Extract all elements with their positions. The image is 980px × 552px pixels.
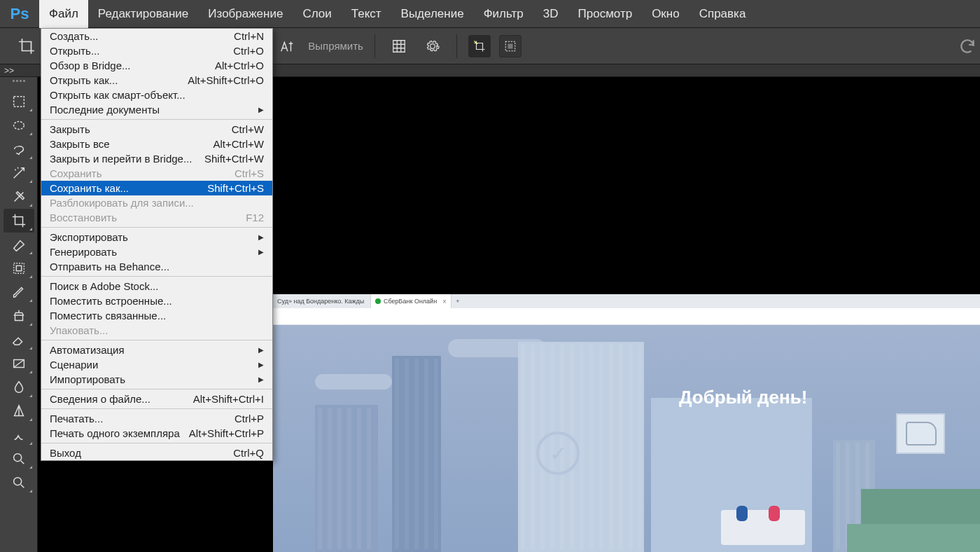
menu-item-закрыть-и-перейти-в-bridge-[interactable]: Закрыть и перейти в Bridge...Shift+Ctrl+… — [41, 151, 272, 166]
menu-item-сценарии[interactable]: Сценарии▶ — [41, 357, 272, 372]
menu-item-поместить-связанные-[interactable]: Поместить связанные... — [41, 308, 272, 323]
menu-item-обзор-в-bridge-[interactable]: Обзор в Bridge...Alt+Ctrl+O — [41, 58, 272, 73]
tool-slice[interactable] — [4, 233, 34, 256]
menu-текст[interactable]: Текст — [342, 0, 391, 28]
tool-blur[interactable] — [4, 375, 34, 399]
browser-address-bar[interactable] — [273, 308, 980, 325]
submenu-arrow-icon: ▶ — [258, 346, 264, 354]
reset-crop-icon[interactable] — [955, 34, 980, 59]
tool-hand[interactable] — [4, 447, 34, 471]
menu-item-печать-одного-экземпляра[interactable]: Печать одного экземпляраAlt+Shift+Ctrl+P — [41, 426, 272, 441]
menu-item-открыть-[interactable]: Открыть...Ctrl+O — [41, 43, 272, 58]
menu-separator — [41, 408, 272, 409]
tool-healing-brush[interactable] — [4, 185, 34, 209]
svg-rect-2 — [13, 97, 24, 107]
toolbar-grip-icon[interactable] — [8, 80, 29, 84]
browser-tabstrip: Суд» над Бондаренко. Кажды × СберБанк Он… — [273, 294, 980, 308]
close-icon[interactable]: × — [442, 298, 447, 305]
svg-rect-1 — [508, 44, 512, 48]
menu-файл[interactable]: Файл — [39, 0, 88, 28]
tool-lasso[interactable] — [4, 137, 34, 161]
file-menu-dropdown[interactable]: Создать...Ctrl+NОткрыть...Ctrl+OОбзор в … — [41, 28, 273, 461]
menu-separator — [41, 340, 272, 340]
menu-item-сохранить-как-[interactable]: Сохранить как...Shift+Ctrl+S — [41, 181, 272, 195]
submenu-arrow-icon: ▶ — [258, 233, 264, 241]
svg-point-7 — [13, 454, 21, 462]
menu-item-создать-[interactable]: Создать...Ctrl+N — [41, 29, 272, 43]
menu-item-label: Открыть как смарт-объект... — [50, 89, 186, 101]
tool-pen[interactable] — [4, 399, 34, 423]
menu-изображение[interactable]: Изображение — [198, 0, 293, 28]
overlay-grid-icon[interactable] — [386, 34, 412, 59]
tool-lasso-ellipse[interactable] — [4, 113, 34, 137]
svg-point-8 — [13, 478, 21, 485]
menu-item-открыть-как-[interactable]: Открыть как...Alt+Shift+Ctrl+O — [41, 73, 272, 88]
menu-слои[interactable]: Слои — [293, 0, 341, 28]
menu-item-label: Последние документы — [50, 104, 160, 116]
menu-item-label: Восстановить — [50, 212, 117, 223]
menu-item-импортировать[interactable]: Импортировать▶ — [41, 372, 272, 387]
menu-item-label: Закрыть все — [50, 138, 110, 150]
menu-item-экспортировать[interactable]: Экспортировать▶ — [41, 230, 272, 244]
menu-фильтр[interactable]: Фильтр — [474, 0, 533, 28]
menu-item-печатать-[interactable]: Печатать...Ctrl+P — [41, 411, 272, 426]
menu-item-label: Печать одного экземпляра — [50, 427, 180, 439]
svg-rect-5 — [16, 265, 21, 270]
menu-separator — [41, 389, 272, 389]
browser-tab-title: Суд» над Бондаренко. Кажды — [277, 298, 364, 305]
menu-item-shortcut: Alt+Ctrl+O — [215, 60, 264, 71]
menu-item-shortcut: Shift+Ctrl+S — [207, 182, 264, 194]
bench-icon — [721, 510, 805, 545]
menu-справка[interactable]: Справка — [690, 0, 756, 28]
menu-item-label: Генерировать — [50, 246, 117, 258]
menu-item-поместить-встроенные-[interactable]: Поместить встроенные... — [41, 294, 272, 308]
document-image[interactable]: Суд» над Бондаренко. Кажды × СберБанк Он… — [273, 294, 980, 552]
menu-выделение[interactable]: Выделение — [391, 0, 474, 28]
menu-separator — [41, 227, 272, 228]
menu-item-label: Поместить встроенные... — [50, 295, 172, 307]
tool-brush[interactable] — [4, 280, 34, 304]
menu-item-shortcut: Ctrl+N — [234, 30, 264, 42]
tool-magnify[interactable] — [4, 423, 34, 447]
menu-item-упаковать-: Упаковать... — [41, 323, 272, 338]
crop-settings-gear-icon[interactable] — [420, 34, 445, 59]
tool-crop[interactable] — [4, 209, 34, 233]
menu-item-label: Упаковать... — [50, 324, 108, 336]
tool-clone-stamp[interactable] — [4, 304, 34, 328]
menubar: Ps ФайлРедактированиеИзображениеСлоиТекс… — [0, 0, 980, 28]
tool-zoom[interactable] — [4, 471, 34, 495]
browser-tab[interactable]: Суд» над Бондаренко. Кажды × — [273, 294, 371, 308]
menu-item-shortcut: Alt+Shift+Ctrl+P — [189, 427, 264, 439]
menu-item-генерировать[interactable]: Генерировать▶ — [41, 244, 272, 259]
browser-tab[interactable]: СберБанк Онлайн × — [371, 294, 451, 308]
menu-просмотр[interactable]: Просмотр — [568, 0, 643, 28]
straighten-icon[interactable] — [274, 34, 300, 59]
menu-item-открыть-как-смарт-объект-[interactable]: Открыть как смарт-объект... — [41, 88, 272, 102]
tool-eraser[interactable] — [4, 328, 34, 352]
menu-separator — [41, 276, 272, 277]
menu-item-отправить-на-behance-[interactable]: Отправить на Behance... — [41, 259, 272, 274]
svg-rect-4 — [13, 263, 24, 274]
tool-frame[interactable] — [4, 256, 34, 280]
tool-gradient[interactable] — [4, 352, 34, 375]
delete-cropped-pixels-icon[interactable] — [468, 35, 491, 57]
menu-item-автоматизация[interactable]: Автоматизация▶ — [41, 343, 272, 357]
menu-item-закрыть-все[interactable]: Закрыть всеAlt+Ctrl+W — [41, 137, 272, 151]
building-icon — [315, 405, 378, 552]
tool-magic-wand[interactable] — [4, 161, 34, 185]
menu-item-label: Сохранить как... — [50, 182, 129, 194]
new-tab-button[interactable]: + — [451, 298, 464, 305]
menu-окно[interactable]: Окно — [642, 0, 690, 28]
menu-3d[interactable]: 3D — [533, 0, 568, 28]
menu-item-shortcut: Ctrl+S — [234, 167, 264, 179]
menu-item-последние-документы[interactable]: Последние документы▶ — [41, 102, 272, 117]
content-aware-icon[interactable] — [499, 35, 522, 57]
menu-item-выход[interactable]: ВыходCtrl+Q — [41, 446, 272, 460]
submenu-arrow-icon: ▶ — [258, 361, 264, 368]
tool-marquee[interactable] — [4, 90, 34, 113]
menu-редактирование[interactable]: Редактирование — [88, 0, 199, 28]
menu-item-сведения-о-файле-[interactable]: Сведения о файле...Alt+Shift+Ctrl+I — [41, 392, 272, 406]
menu-item-закрыть[interactable]: ЗакрытьCtrl+W — [41, 122, 272, 137]
menu-item-поиск-в-adobe-stock-[interactable]: Поиск в Adobe Stock... — [41, 279, 272, 294]
menu-item-shortcut: Ctrl+P — [234, 413, 264, 425]
